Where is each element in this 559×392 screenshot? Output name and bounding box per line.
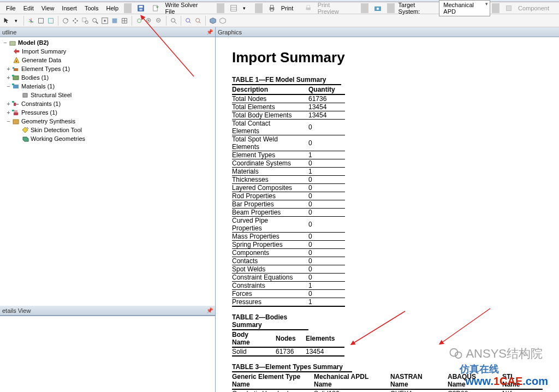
separator xyxy=(255,3,263,13)
menu-bar: File Edit View Insert Tools Help Write S… xyxy=(0,2,559,14)
svg-rect-28 xyxy=(112,18,117,23)
camera-icon[interactable] xyxy=(370,3,385,13)
fit-icon[interactable] xyxy=(100,16,109,25)
menu-help[interactable]: Help xyxy=(103,4,123,13)
menu-view[interactable]: View xyxy=(38,4,58,13)
watermark-site: 仿真在线 xyxy=(460,363,499,376)
watermark-wechat: ANSYS结构院 xyxy=(448,346,543,362)
svg-rect-20 xyxy=(49,18,53,23)
cursor-icon[interactable] xyxy=(2,16,11,25)
tree-geometry-synthesis[interactable]: −Geometry Synthesis xyxy=(0,117,215,126)
tree-root[interactable]: −Model (B2) xyxy=(0,38,215,47)
separator xyxy=(132,16,132,26)
svg-point-37 xyxy=(171,18,175,22)
tree-import-summary[interactable]: Import Summary xyxy=(0,47,215,56)
svg-rect-19 xyxy=(39,18,44,23)
table-row: Curved Pipe Properties0 xyxy=(232,217,345,233)
pin-icon[interactable]: 📌 xyxy=(206,29,213,35)
zoom-in-icon[interactable] xyxy=(145,16,153,25)
pin-icon[interactable]: 📌 xyxy=(206,307,213,313)
table-row: Components0 xyxy=(232,249,345,257)
tree-generate-data[interactable]: Generate Data xyxy=(0,56,215,64)
table-row: Element Types1 xyxy=(232,151,345,159)
wireframe2-icon[interactable] xyxy=(46,16,55,25)
table-row: Spring Properties0 xyxy=(232,241,345,249)
svg-rect-50 xyxy=(12,84,14,85)
menu-file[interactable]: File xyxy=(2,4,20,13)
target-system-label: Target System: xyxy=(396,2,439,15)
grid-icon[interactable] xyxy=(120,16,129,25)
zoom-box-icon[interactable] xyxy=(81,16,90,25)
outline-tree[interactable]: −Model (B2) Import Summary Generate Data… xyxy=(0,37,215,306)
svg-rect-55 xyxy=(14,112,18,115)
svg-rect-11 xyxy=(307,5,310,7)
svg-rect-1 xyxy=(139,5,143,8)
svg-rect-48 xyxy=(12,75,14,76)
menu-edit[interactable]: Edit xyxy=(20,4,38,13)
menu-tools[interactable]: Tools xyxy=(81,4,103,13)
tree-working-geometries[interactable]: Working Geometries xyxy=(0,134,215,143)
table-row: Mass Properties0 xyxy=(232,233,345,241)
separator xyxy=(217,3,224,13)
rotate-icon[interactable] xyxy=(61,16,70,25)
iso2-icon[interactable] xyxy=(218,16,227,25)
table-row: Constraint Equations0 xyxy=(232,274,345,282)
watermark-url: www.1CAE.com xyxy=(465,375,548,388)
sync-icon[interactable] xyxy=(135,16,144,25)
write-solver-file-button[interactable]: Write Solver File xyxy=(148,0,215,17)
svg-rect-47 xyxy=(13,76,19,80)
tree-materials[interactable]: −Materials (1) xyxy=(0,82,215,91)
axis-icon[interactable] xyxy=(27,16,35,25)
table1: DescriptionQuantity Total Nodes61736Tota… xyxy=(232,85,345,307)
graphics-header: Graphics xyxy=(216,27,559,37)
table-row: Total Elements13454 xyxy=(232,103,345,111)
tree-structural-steel[interactable]: Structural Steel xyxy=(0,91,215,99)
svg-rect-54 xyxy=(12,101,14,103)
tree-bodies[interactable]: +Bodies (1) xyxy=(0,73,215,82)
svg-line-38 xyxy=(175,21,177,23)
separator xyxy=(205,16,206,26)
zoom-out-icon[interactable] xyxy=(154,16,163,25)
tree-constraints[interactable]: +Constraints (1) xyxy=(0,99,215,108)
dropdown-icon[interactable]: ▾ xyxy=(12,16,21,25)
svg-rect-56 xyxy=(12,110,14,111)
wireframe-icon[interactable] xyxy=(37,16,45,25)
svg-rect-2 xyxy=(140,8,142,10)
table-row: Total Contact Elements0 xyxy=(232,120,345,135)
probe-icon[interactable] xyxy=(184,16,193,25)
separator xyxy=(166,16,166,26)
probe2-icon[interactable] xyxy=(194,16,203,25)
right-column: Graphics Import Summary TABLE 1—FE Model… xyxy=(216,27,559,392)
svg-rect-3 xyxy=(153,5,158,10)
table-row: Bar Properties0 xyxy=(232,200,345,209)
table1-title: TABLE 1—FE Model Summary xyxy=(232,76,341,85)
tree-skin-detection[interactable]: Skin Detection Tool xyxy=(0,126,215,134)
zoom-fit-icon[interactable] xyxy=(169,16,178,25)
zoom-icon[interactable] xyxy=(91,16,99,25)
shade-icon[interactable] xyxy=(110,16,119,25)
table-row: Forces0 xyxy=(232,290,345,298)
iso-icon[interactable] xyxy=(209,16,217,25)
menu-insert[interactable]: Insert xyxy=(58,4,81,13)
page-heading: Import Summary xyxy=(232,49,543,66)
tree-pressures[interactable]: +Pressures (1) xyxy=(0,108,215,117)
component-button: Component xyxy=(501,3,557,14)
save-icon[interactable] xyxy=(133,3,148,13)
tree-element-types[interactable]: +Element Types (1) xyxy=(0,64,215,73)
print-button[interactable]: Print xyxy=(264,3,301,14)
worksheet-icon[interactable]: ▾ xyxy=(226,3,253,13)
table3-title: TABLE 3—Element Types Summary xyxy=(232,363,352,372)
svg-rect-52 xyxy=(14,103,16,106)
target-system-dropdown[interactable]: Mechanical APD xyxy=(439,0,490,16)
svg-rect-57 xyxy=(13,120,19,124)
svg-point-24 xyxy=(93,18,97,22)
left-column: utline📌 −Model (B2) Import Summary Gener… xyxy=(0,27,216,392)
svg-point-41 xyxy=(196,18,200,22)
details-view xyxy=(0,316,215,392)
svg-rect-45 xyxy=(14,68,18,71)
pan-icon[interactable] xyxy=(71,16,80,25)
svg-rect-51 xyxy=(23,93,27,97)
table-row: Coordinate Systems0 xyxy=(232,159,345,168)
svg-rect-14 xyxy=(507,5,512,10)
view-toolbar: ▾ xyxy=(0,14,559,27)
